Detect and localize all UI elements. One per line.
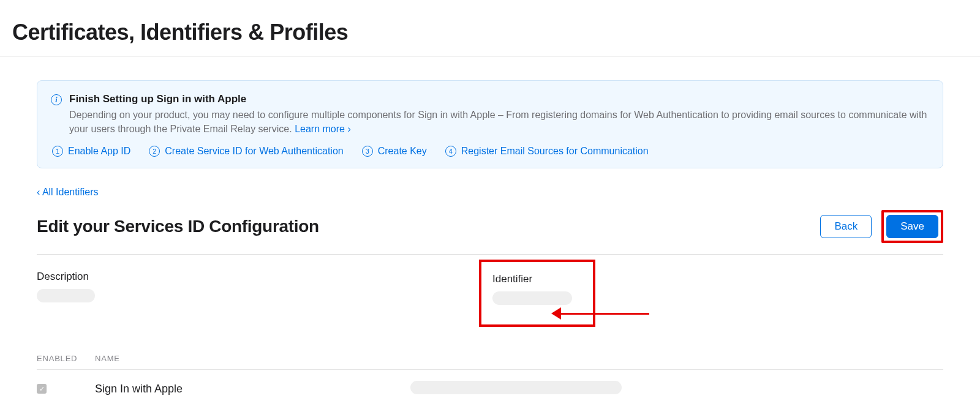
- capability-config-redacted: [410, 381, 622, 394]
- step-number-icon: 3: [362, 146, 373, 157]
- step-register-email-sources[interactable]: 4 Register Email Sources for Communicati…: [445, 146, 649, 157]
- info-icon: i: [51, 94, 62, 105]
- detail-section: Description Identifier: [37, 271, 943, 327]
- save-highlight-annotation: Save: [881, 210, 943, 243]
- step-create-key[interactable]: 3 Create Key: [362, 146, 427, 157]
- identifier-value-redacted: [492, 291, 572, 305]
- table-row: ✓ Sign In with Apple: [37, 370, 943, 401]
- info-banner-title: Finish Setting up Sign in with Apple: [69, 93, 929, 105]
- all-identifiers-link[interactable]: ‹ All Identifiers: [37, 187, 98, 198]
- info-banner-text: Depending on your product, you may need …: [69, 110, 927, 134]
- step-number-icon: 4: [445, 146, 456, 157]
- identifier-label: Identifier: [492, 273, 572, 285]
- divider: [37, 254, 943, 255]
- back-button[interactable]: Back: [820, 215, 872, 238]
- page-title: Certificates, Identifiers & Profiles: [0, 0, 980, 57]
- save-button[interactable]: Save: [886, 215, 938, 238]
- step-label: Create Service ID for Web Authentication: [165, 146, 343, 157]
- capabilities-table-header: ENABLED NAME: [37, 354, 943, 370]
- info-banner: i Finish Setting up Sign in with Apple D…: [37, 80, 943, 168]
- identifier-highlight-annotation: Identifier: [479, 260, 595, 327]
- learn-more-link[interactable]: Learn more ›: [295, 124, 351, 134]
- step-enable-app-id[interactable]: 1 Enable App ID: [52, 146, 130, 157]
- step-label: Register Email Sources for Communication: [461, 146, 649, 157]
- step-create-service-id[interactable]: 2 Create Service ID for Web Authenticati…: [149, 146, 343, 157]
- description-value-redacted: [37, 289, 95, 302]
- setup-steps: 1 Enable App ID 2 Create Service ID for …: [51, 146, 929, 157]
- column-header-name: NAME: [95, 354, 943, 363]
- step-number-icon: 2: [149, 146, 160, 157]
- sub-title: Edit your Services ID Configuration: [37, 217, 319, 236]
- info-banner-description: Depending on your product, you may need …: [69, 108, 929, 136]
- step-label: Enable App ID: [68, 146, 130, 157]
- identifier-column: Identifier: [490, 271, 943, 327]
- description-label: Description: [37, 271, 490, 283]
- step-number-icon: 1: [52, 146, 63, 157]
- enabled-checkbox[interactable]: ✓: [37, 384, 47, 394]
- capability-name: Sign In with Apple: [95, 383, 410, 395]
- column-header-enabled: ENABLED: [37, 354, 95, 363]
- step-label: Create Key: [378, 146, 427, 157]
- description-column: Description: [37, 271, 490, 327]
